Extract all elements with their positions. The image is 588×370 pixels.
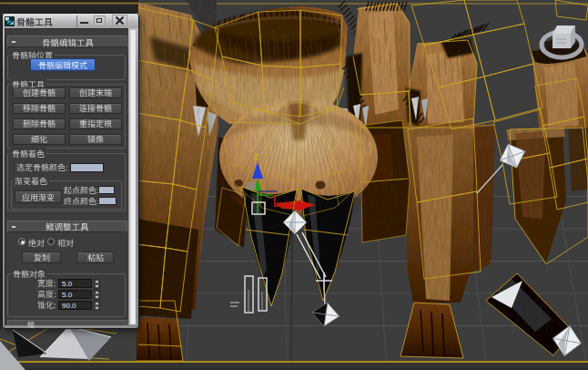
svg-text:Z: Z [254,152,259,161]
